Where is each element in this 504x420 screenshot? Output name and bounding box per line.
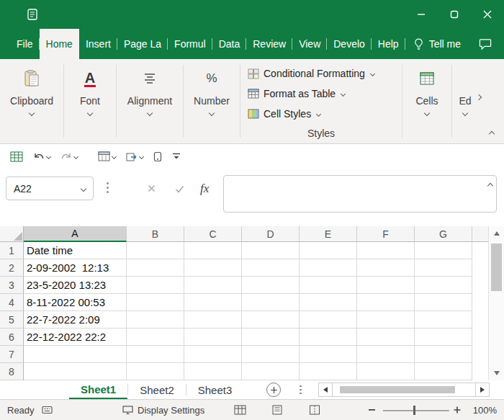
close-button[interactable] (471, 0, 504, 29)
alignment-group-button[interactable]: Alignment (117, 59, 183, 143)
tab-view[interactable]: View (292, 29, 327, 59)
column-header-g[interactable]: G (415, 226, 472, 242)
zoom-slider-track[interactable] (383, 410, 449, 411)
scroll-left-button[interactable] (318, 383, 333, 397)
cells-group-button[interactable]: Cells (402, 59, 451, 143)
cell-C6[interactable] (184, 329, 242, 346)
cell-G4[interactable] (415, 294, 472, 311)
cell-A2[interactable]: 2-09-2002 12:13 (24, 259, 127, 277)
clipboard-group-button[interactable]: Clipboard (0, 59, 63, 143)
display-settings-button[interactable]: Display Settings (122, 405, 204, 416)
cell-A5[interactable]: 22-7-2022 2:09 (24, 311, 127, 329)
cell-B8[interactable] (127, 363, 184, 380)
cell-E4[interactable] (300, 294, 357, 311)
select-all-corner[interactable] (0, 226, 24, 242)
cancel-icon[interactable] (148, 184, 156, 192)
cell-G5[interactable] (415, 311, 472, 329)
cell-F5[interactable] (357, 311, 415, 329)
tab-page-layout[interactable]: Page La (117, 29, 168, 59)
sheet-bar-splitter[interactable] (300, 380, 302, 399)
cell-E5[interactable] (300, 311, 357, 329)
cell-F7[interactable] (357, 346, 415, 363)
cell-A7[interactable] (24, 346, 127, 363)
cell-B3[interactable] (127, 277, 184, 294)
horizontal-scrollbar[interactable] (318, 380, 490, 399)
cell-E3[interactable] (300, 277, 357, 294)
minimize-button[interactable] (405, 0, 438, 29)
tell-me-button[interactable]: Tell me (405, 29, 469, 59)
column-header-d[interactable]: D (242, 226, 300, 242)
touch-mode-button[interactable] (150, 149, 165, 164)
column-header-e[interactable]: E (300, 226, 357, 242)
redo-button[interactable] (58, 149, 81, 164)
spreadsheet-refresh-button[interactable] (7, 149, 26, 164)
cell-B4[interactable] (127, 294, 184, 311)
insert-function-button[interactable]: fx (200, 182, 209, 196)
cell-E8[interactable] (300, 363, 357, 380)
enter-check-icon[interactable] (175, 185, 184, 193)
row-header-4[interactable]: 4 (0, 294, 24, 311)
column-header-f[interactable]: F (357, 226, 415, 242)
cell-F3[interactable] (357, 277, 415, 294)
cell-D1[interactable] (242, 242, 300, 259)
cell-F8[interactable] (357, 363, 415, 380)
cell-G3[interactable] (415, 277, 472, 294)
cell-C5[interactable] (184, 311, 242, 329)
tab-formulas[interactable]: Formul (168, 29, 212, 59)
page-break-view-button[interactable] (309, 405, 320, 415)
cell-D5[interactable] (242, 311, 300, 329)
row-header-7[interactable]: 7 (0, 346, 24, 363)
zoom-out-button[interactable] (369, 409, 375, 411)
cell-G2[interactable] (415, 259, 472, 277)
tab-home[interactable]: Home (40, 29, 79, 59)
scroll-up-icon[interactable] (494, 231, 500, 236)
cell-C2[interactable] (184, 259, 242, 277)
number-group-button[interactable]: % Number (184, 59, 240, 143)
cell-B1[interactable] (127, 242, 184, 259)
cell-G6[interactable] (415, 329, 472, 346)
cell-B7[interactable] (127, 346, 184, 363)
cell-E6[interactable] (300, 329, 357, 346)
cell-C7[interactable] (184, 346, 242, 363)
normal-view-button[interactable] (234, 405, 246, 415)
cell-D8[interactable] (242, 363, 300, 380)
zoom-slider-thumb[interactable] (413, 406, 415, 415)
row-header-3[interactable]: 3 (0, 277, 24, 294)
horizontal-scroll-thumb[interactable] (340, 386, 455, 393)
cell-C1[interactable] (184, 242, 242, 259)
cell-G8[interactable] (415, 363, 472, 380)
comments-icon[interactable] (478, 29, 492, 59)
zoom-level-label[interactable]: 100% (473, 405, 497, 416)
row-header-2[interactable]: 2 (0, 259, 24, 277)
cell-D3[interactable] (242, 277, 300, 294)
cell-D6[interactable] (242, 329, 300, 346)
cell-D7[interactable] (242, 346, 300, 363)
editing-group-button[interactable]: Ed (452, 59, 478, 143)
sheet-tab-sheet2[interactable]: Sheet2 (128, 380, 186, 399)
scroll-down-icon[interactable] (494, 371, 500, 375)
cell-A6[interactable]: 22-12-2022 22:2 (24, 329, 127, 346)
row-header-6[interactable]: 6 (0, 329, 24, 346)
cell-B6[interactable] (127, 329, 184, 346)
font-group-button[interactable]: A Font (64, 59, 116, 143)
sheet-tab-sheet1[interactable]: Sheet1 (69, 380, 127, 399)
conditional-formatting-button[interactable]: Conditional Formatting (245, 63, 397, 84)
maximize-button[interactable] (438, 0, 471, 29)
cell-styles-button[interactable]: Cell Styles (245, 104, 397, 124)
column-header-a[interactable]: A (24, 226, 127, 242)
cell-E2[interactable] (300, 259, 357, 277)
cell-G1[interactable] (415, 242, 472, 259)
macro-record-icon[interactable] (42, 406, 53, 414)
cell-B2[interactable] (127, 259, 184, 277)
zoom-in-button[interactable] (454, 406, 461, 414)
customize-qat-button[interactable] (169, 151, 184, 163)
cell-F1[interactable] (357, 242, 415, 259)
undo-button[interactable] (30, 149, 53, 164)
cell-E7[interactable] (300, 346, 357, 363)
horizontal-scroll-track[interactable] (333, 383, 475, 397)
collapse-ribbon-chevron-up-icon[interactable] (489, 131, 495, 137)
cell-E1[interactable] (300, 242, 357, 259)
tab-review[interactable]: Review (246, 29, 292, 59)
tab-data[interactable]: Data (212, 29, 247, 59)
cell-C3[interactable] (184, 277, 242, 294)
